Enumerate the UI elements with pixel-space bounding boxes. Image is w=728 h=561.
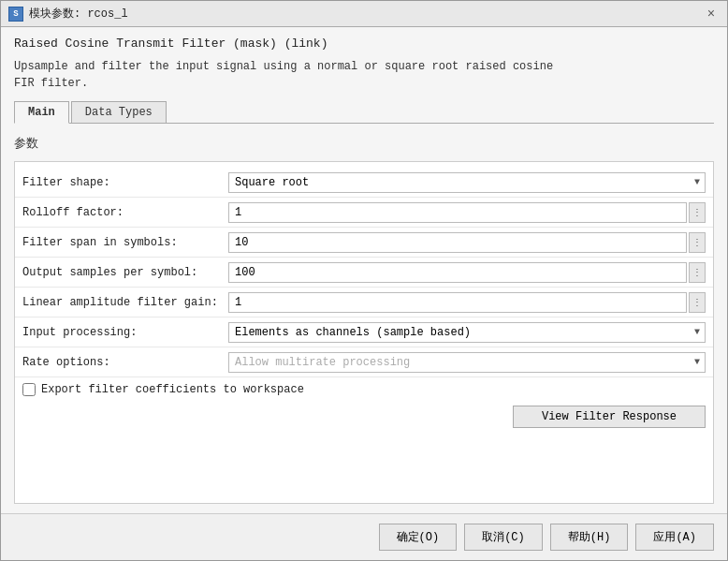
filter-shape-label: Filter shape: <box>22 176 228 189</box>
input-processing-row: Input processing: Elements as channels (… <box>15 317 713 347</box>
input-processing-select[interactable]: Elements as channels (sample based) Colu… <box>228 322 706 343</box>
filter-shape-select-wrapper: Square root Normal ▼ <box>228 172 706 193</box>
linear-amplitude-label: Linear amplitude filter gain: <box>22 296 228 309</box>
tab-data-types[interactable]: Data Types <box>71 101 167 123</box>
output-samples-label: Output samples per symbol: <box>22 266 228 279</box>
view-filter-row: View Filter Response <box>15 402 713 432</box>
view-filter-button[interactable]: View Filter Response <box>513 406 706 428</box>
filter-span-row: Filter span in symbols: ⋮ <box>15 228 713 258</box>
rolloff-factor-dots-button[interactable]: ⋮ <box>689 202 706 223</box>
form-area: Filter shape: Square root Normal ▼ Rollo… <box>14 161 714 504</box>
input-processing-select-wrapper: Elements as channels (sample based) Colu… <box>228 322 706 343</box>
rate-options-select-wrapper: Allow multirate processing Enforce singl… <box>228 352 706 373</box>
dialog-description: Upsample and filter the input signal usi… <box>14 58 714 92</box>
output-samples-dots-button[interactable]: ⋮ <box>689 262 706 283</box>
export-checkbox-label[interactable]: Export filter coefficients to workspace <box>41 383 304 396</box>
output-samples-input-group: ⋮ <box>228 262 706 283</box>
bottom-bar: 确定(O) 取消(C) 帮助(H) 应用(A) <box>1 513 727 560</box>
linear-amplitude-input-group: ⋮ <box>228 292 706 313</box>
rate-options-label: Rate options: <box>22 356 228 369</box>
tab-main[interactable]: Main <box>14 101 69 124</box>
filter-span-dots-button[interactable]: ⋮ <box>689 232 706 253</box>
confirm-button[interactable]: 确定(O) <box>379 524 458 551</box>
linear-amplitude-dots-button[interactable]: ⋮ <box>689 292 706 313</box>
rolloff-factor-row: Rolloff factor: ⋮ <box>15 198 713 228</box>
output-samples-input[interactable] <box>228 262 687 283</box>
title-bar: S 模块参数: rcos_l × <box>1 1 727 27</box>
dialog-title: Raised Cosine Transmit Filter (mask) (li… <box>14 37 714 51</box>
input-processing-label: Input processing: <box>22 326 228 339</box>
rolloff-factor-input-group: ⋮ <box>228 202 706 223</box>
filter-shape-select[interactable]: Square root Normal <box>228 172 706 193</box>
apply-button[interactable]: 应用(A) <box>635 524 714 551</box>
filter-span-label: Filter span in symbols: <box>22 236 228 249</box>
title-bar-text: 模块参数: rcos_l <box>29 6 697 22</box>
linear-amplitude-row: Linear amplitude filter gain: ⋮ <box>15 288 713 317</box>
content-area: Raised Cosine Transmit Filter (mask) (li… <box>1 27 727 513</box>
cancel-button[interactable]: 取消(C) <box>464 524 543 551</box>
params-section-label: 参数 <box>14 133 714 155</box>
rolloff-factor-label: Rolloff factor: <box>22 206 228 219</box>
filter-span-input-group: ⋮ <box>228 232 706 253</box>
main-window: S 模块参数: rcos_l × Raised Cosine Transmit … <box>0 0 728 561</box>
output-samples-row: Output samples per symbol: ⋮ <box>15 258 713 288</box>
rolloff-factor-input[interactable] <box>228 202 687 223</box>
export-checkbox[interactable] <box>22 383 36 396</box>
filter-span-input[interactable] <box>228 232 687 253</box>
window-icon: S <box>8 7 23 22</box>
help-button[interactable]: 帮助(H) <box>550 524 629 551</box>
filter-shape-row: Filter shape: Square root Normal ▼ <box>15 168 713 198</box>
export-checkbox-row: Export filter coefficients to workspace <box>15 377 713 402</box>
close-button[interactable]: × <box>703 6 720 22</box>
rate-options-select[interactable]: Allow multirate processing Enforce singl… <box>228 352 706 373</box>
linear-amplitude-input[interactable] <box>228 292 687 313</box>
rate-options-row: Rate options: Allow multirate processing… <box>15 347 713 377</box>
tab-bar: Main Data Types <box>14 101 714 124</box>
